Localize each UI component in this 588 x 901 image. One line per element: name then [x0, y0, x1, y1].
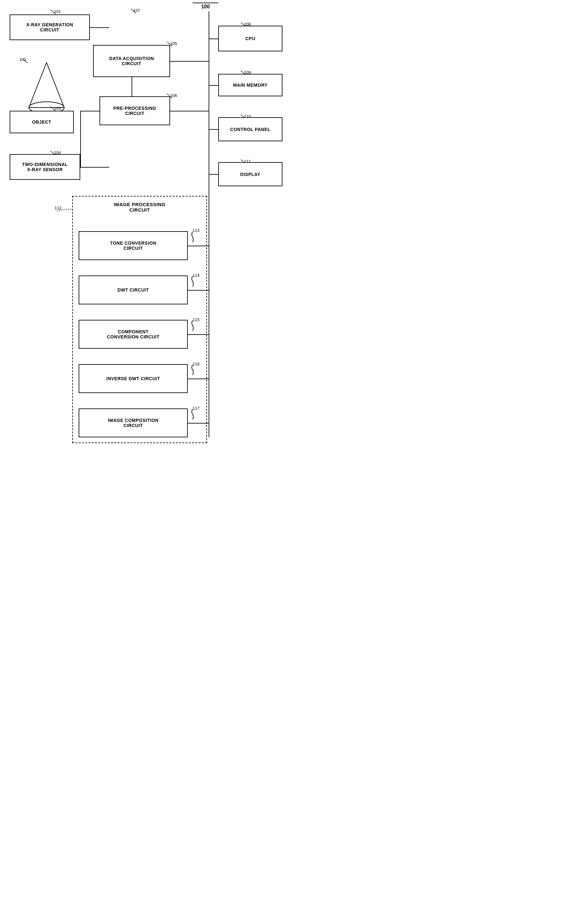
object-box: OBJECT [9, 111, 74, 133]
main-memory-box: MAIN MEMORY [218, 74, 282, 96]
xray-to-data-line [90, 27, 109, 28]
bus-display-line [208, 174, 218, 175]
inner-bus-line [208, 231, 209, 437]
squiggly-113 [189, 231, 196, 244]
comp-conv-to-bus [188, 334, 208, 335]
curve-107 [130, 8, 137, 14]
sensor-preproc-h [80, 111, 100, 111]
squiggly-116 [189, 364, 196, 377]
label-100: 100 [193, 3, 218, 9]
sensor-to-preproc-v-line [80, 167, 109, 168]
inv-dwt-label: INVERSE DWT CIRCUIT [106, 376, 160, 381]
cone-shape [26, 61, 67, 109]
data-acq-label: DATA ACQUISITION CIRCUIT [109, 56, 154, 66]
sensor-preproc-v2 [80, 111, 81, 167]
img-comp-label: IMAGE COMPOSITION CIRCUIT [108, 418, 159, 428]
img-proc-circuit-label: IMAGE PROCESSING CIRCUIT [80, 202, 199, 212]
tone-conv-label: TONE CONVERSION CIRCUIT [110, 240, 156, 251]
object-label: OBJECT [32, 120, 51, 125]
diagram: 100 101 X-RAY GENERATION CIRCUIT 102 103… [0, 0, 294, 450]
cpu-box: CPU [218, 26, 282, 51]
main-memory-label: MAIN MEMORY [233, 83, 268, 88]
bus-ext-down [208, 191, 209, 234]
dwt-label: DWT CIRCUIT [117, 287, 149, 293]
dwt-box: DWT CIRCUIT [79, 276, 188, 304]
data-preproc-v [132, 77, 132, 97]
control-panel-label: CONTROL PANEL [230, 127, 271, 132]
xray-generation-label: X-RAY GENERATION CIRCUIT [26, 22, 73, 33]
squiggly-115 [189, 320, 196, 333]
data-to-bus [170, 61, 208, 62]
tone-to-bus [188, 246, 208, 246]
xray-generation-circuit-box: X-RAY GENERATION CIRCUIT [9, 14, 90, 40]
curve-101 [50, 9, 56, 15]
bus-memory-line [208, 85, 218, 86]
display-label: DISPLAY [240, 172, 261, 177]
dwt-to-bus [188, 290, 208, 291]
img-comp-to-bus [188, 423, 208, 424]
svg-marker-0 [29, 62, 64, 108]
squiggly-117 [189, 408, 196, 421]
comp-conv-label: COMPONENT CONVERSION CIRCUIT [107, 329, 160, 340]
main-bus-line [208, 11, 209, 191]
preproc-box: PRE-PROCESSING CIRCUIT [100, 96, 170, 125]
preproc-label: PRE-PROCESSING CIRCUIT [113, 106, 156, 116]
inv-dwt-box: INVERSE DWT CIRCUIT [79, 364, 188, 393]
inv-dwt-to-bus [188, 379, 208, 379]
sensor-label: TWO-DIMENSIONAL X-RAY SENSOR [22, 162, 68, 172]
preproc-to-bus [170, 111, 208, 111]
bus-cpu-line [208, 39, 218, 39]
data-acq-box: DATA ACQUISITION CIRCUIT [93, 45, 170, 77]
bus-control-line [208, 129, 218, 130]
sensor-box: TWO-DIMENSIONAL X-RAY SENSOR [9, 154, 80, 180]
img-comp-box: IMAGE COMPOSITION CIRCUIT [79, 408, 188, 437]
img-proc-label-text: IMAGE PROCESSING CIRCUIT [114, 202, 165, 212]
comp-conv-box: COMPONENT CONVERSION CIRCUIT [79, 320, 188, 349]
display-box: DISPLAY [218, 162, 282, 186]
squiggly-114 [189, 276, 196, 288]
control-panel-box: CONTROL PANEL [218, 117, 282, 141]
cpu-label: CPU [245, 36, 255, 41]
tone-conv-box: TONE CONVERSION CIRCUIT [79, 231, 188, 260]
